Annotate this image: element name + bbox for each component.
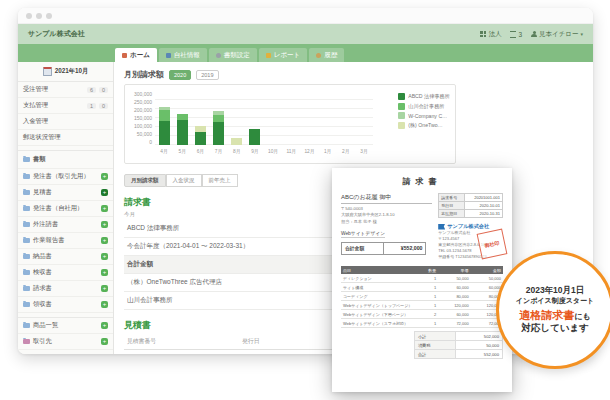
org-label: 法人: [488, 30, 501, 39]
window-minimize-button[interactable]: [36, 13, 42, 19]
sidebar-item-members[interactable]: メンバー +: [18, 350, 113, 354]
tab-history[interactable]: 履歴: [309, 48, 344, 62]
sidebar-item-label: 見積書: [33, 188, 98, 197]
folder-icon: [23, 190, 30, 195]
chart-bars: 4月5月6月7月8月9月10月11月12月1月2月3月: [155, 91, 373, 145]
invoice-item-row: コーディング180,00080,000: [341, 292, 503, 301]
folder-icon: [23, 174, 30, 179]
add-icon[interactable]: +: [101, 173, 108, 180]
sidebar-item-invoice[interactable]: 請求書 +: [18, 281, 113, 297]
invoice-item-row: Webサイトデザイン（スマホ対応）172,00072,000: [341, 319, 503, 328]
add-icon[interactable]: +: [101, 205, 108, 212]
section-label: 書類: [33, 155, 46, 164]
sidebar-item-estimate[interactable]: 見積書 +: [18, 185, 113, 201]
company-name: サンプル株式会社: [28, 29, 85, 39]
legend-item: W-Company C…: [398, 112, 450, 119]
add-icon[interactable]: +: [101, 221, 108, 228]
add-icon[interactable]: +: [101, 322, 108, 329]
box-icon: [23, 323, 30, 328]
sidebar-item-delivery-note[interactable]: 納品書 +: [18, 249, 113, 265]
invoice-recipient: ABCのお花屋 御中: [341, 193, 432, 204]
monthly-invoice-chart: 0 50,000 100,000 150,000 200,000 250,000…: [124, 84, 456, 164]
tab-document-settings[interactable]: 書類設定: [209, 48, 257, 62]
column-header: 見積書番号: [124, 334, 239, 350]
tab-label: ホーム: [130, 51, 150, 60]
sidebar-item-purchase-order-client[interactable]: 発注書（取引先用） +: [18, 169, 113, 185]
x-axis-label: 7月: [215, 148, 222, 154]
sidebar-item-label: 入金管理: [23, 117, 108, 126]
add-icon[interactable]: +: [101, 285, 108, 292]
sidebar-item-subcontract[interactable]: 外注請書 +: [18, 217, 113, 233]
sidebar-item-label: 発注書（取引先用）: [33, 172, 98, 181]
sidebar-item-orders[interactable]: 受注管理 6 0: [18, 82, 113, 98]
x-axis-label: 10月: [268, 148, 278, 154]
sidebar-item-label: 受注管理: [23, 85, 84, 94]
folder-icon: [23, 270, 30, 275]
tab-label: 自社情報: [174, 51, 200, 60]
invoice-totals-table: 小計502,000 消費税50,000 合計552,000: [414, 331, 503, 359]
count-badge: 0: [99, 103, 108, 109]
chart-bar-group: 4月: [155, 91, 173, 145]
chart-bar-group: 9月: [246, 91, 264, 145]
legend-swatch: [398, 103, 405, 110]
info-icon: [166, 53, 171, 58]
invoice-item-row: サイト構成160,00060,000: [341, 283, 503, 292]
window-zoom-button[interactable]: [46, 13, 52, 19]
sidebar-month-selector[interactable]: 2021年10月: [18, 62, 113, 82]
window-close-button[interactable]: [26, 13, 32, 19]
toggle-prev-year-sales[interactable]: 前年売上: [202, 174, 238, 187]
sidebar-item-acceptance[interactable]: 検収書 +: [18, 265, 113, 281]
sidebar-item-mailing[interactable]: 郵送状況管理: [18, 130, 113, 146]
toggle-deposit-status[interactable]: 入金状況: [166, 174, 202, 187]
user-icon: [531, 31, 537, 37]
badge-suffix: にも: [574, 312, 590, 321]
sidebar-item-purchase-order-own[interactable]: 発注書（自社用） +: [18, 201, 113, 217]
people-icon: [23, 339, 30, 344]
chevron-down-icon: ▾: [580, 31, 583, 37]
window-titlebar: [18, 8, 593, 24]
chart-y-axis: 0 50,000 100,000 150,000 200,000 250,000…: [129, 91, 155, 145]
total-value: ¥552,000: [384, 243, 425, 254]
add-icon[interactable]: +: [101, 269, 108, 276]
total-label: 合計金額: [342, 243, 384, 254]
toggle-monthly-invoice[interactable]: 月別請求額: [124, 174, 166, 187]
year-2020-button[interactable]: 2020: [169, 70, 191, 80]
estimate-number-link[interactable]: 20200921_001: [124, 350, 239, 355]
x-axis-label: 12月: [304, 148, 314, 154]
sidebar-item-label: メンバー: [33, 353, 98, 354]
legend-item: (株) OneTwo…: [398, 122, 450, 129]
org-switcher[interactable]: 法人: [480, 30, 501, 39]
add-icon[interactable]: +: [101, 338, 108, 345]
x-axis-label: 4月: [160, 148, 167, 154]
add-icon[interactable]: +: [101, 189, 108, 196]
add-icon[interactable]: +: [101, 253, 108, 260]
chart-bar-group: 11月: [282, 91, 300, 145]
chart-bar-group: 7月: [210, 91, 228, 145]
sidebar-item-clients[interactable]: 取引先 +: [18, 334, 113, 350]
chart-icon: [266, 53, 271, 58]
add-icon[interactable]: +: [101, 237, 108, 244]
folder-icon: [23, 206, 30, 211]
sidebar-item-label: 発注書（自社用）: [33, 204, 98, 213]
add-icon[interactable]: +: [101, 301, 108, 308]
sidebar-item-work-report[interactable]: 作業報告書 +: [18, 233, 113, 249]
sidebar-item-deposits[interactable]: 入金管理: [18, 114, 113, 130]
x-axis-label: 6月: [197, 148, 204, 154]
tab-label: 書類設定: [224, 51, 250, 60]
issuer-logo-name: サンプル株式会社: [447, 223, 489, 230]
year-2019-button[interactable]: 2019: [196, 70, 218, 80]
sidebar-item-products[interactable]: 商品一覧 +: [18, 317, 113, 334]
sidebar-item-payments[interactable]: 支払管理 1 0: [18, 98, 113, 114]
tab-report[interactable]: レポート: [259, 48, 307, 62]
clock-icon: [316, 53, 321, 58]
tab-home[interactable]: ホーム: [115, 48, 157, 62]
sidebar-item-label: 請求書: [33, 284, 98, 293]
sidebar-item-label: 検収書: [33, 268, 98, 277]
sidebar-item-label: 郵送状況管理: [23, 133, 108, 142]
sidebar-item-receipt[interactable]: 領収書 +: [18, 297, 113, 313]
tab-company-info[interactable]: 自社情報: [159, 48, 207, 62]
grid-icon: [480, 31, 486, 37]
legend-item: 山川会計事務所: [398, 103, 450, 110]
user-menu[interactable]: 見本イチロー ▾: [531, 30, 583, 39]
notification-menu[interactable]: 3: [510, 31, 522, 38]
